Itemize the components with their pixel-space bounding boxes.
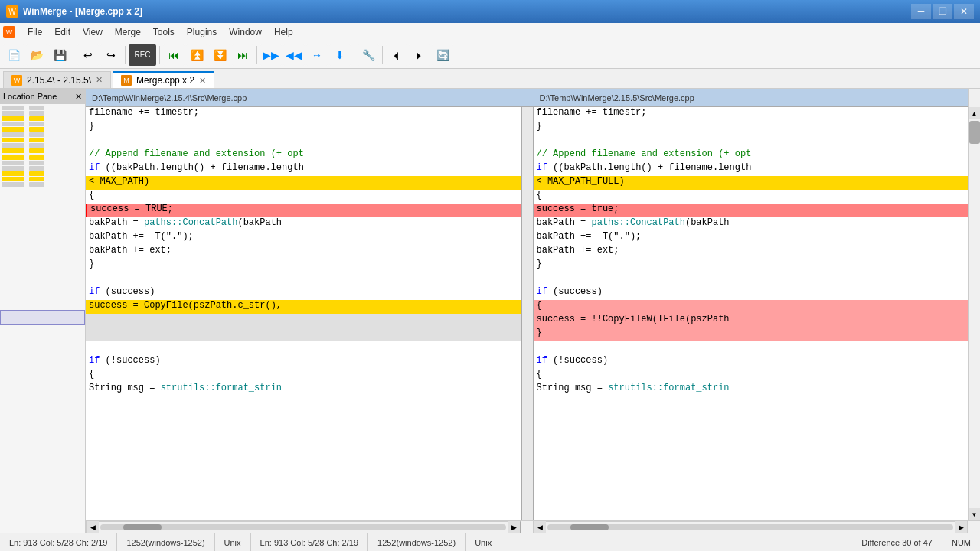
- menu-edit[interactable]: Edit: [48, 25, 77, 39]
- location-viewport-marker[interactable]: [0, 310, 85, 325]
- options-button[interactable]: 🔧: [358, 44, 379, 66]
- menu-plugins[interactable]: Plugins: [181, 25, 223, 39]
- line-content: }: [86, 121, 521, 135]
- menu-view[interactable]: View: [77, 25, 109, 39]
- tab-folder-icon: W: [11, 75, 22, 86]
- tab-folders[interactable]: W 2.15.4\ - 2.15.5\ ✕: [3, 71, 111, 88]
- location-pane-close[interactable]: ✕: [75, 92, 82, 102]
- line-content: [86, 135, 521, 148]
- status-diff-info: Difference 30 of 47: [852, 533, 942, 551]
- menu-file[interactable]: File: [21, 25, 48, 39]
- horizontal-scroll-area: ◀ ▶ ◀ ▶: [86, 520, 980, 533]
- toolbar-sep-6: [382, 46, 383, 64]
- menu-help[interactable]: Help: [268, 25, 299, 39]
- code-line-gray: [86, 314, 521, 328]
- loc-block: [2, 182, 24, 187]
- merge-button[interactable]: ⬇: [329, 44, 351, 66]
- tab-folder-close[interactable]: ✕: [96, 75, 103, 85]
- code-line: if (!success): [534, 355, 969, 369]
- right-hscroll[interactable]: ◀ ▶: [533, 521, 968, 533]
- hscroll-corner2: [968, 521, 980, 533]
- scroll-up-button[interactable]: ▲: [969, 107, 981, 119]
- line-content: [534, 272, 969, 286]
- hscroll-right-btn2[interactable]: ▶: [955, 521, 967, 533]
- code-line: filename += timestr;: [534, 107, 969, 121]
- code-line: bakPath += ext;: [534, 245, 969, 259]
- toolbar-sep-4: [256, 46, 257, 64]
- right-diff-pane[interactable]: filename += timestr; } // Append filenam…: [534, 107, 969, 520]
- status-left-eol: Unix: [215, 533, 251, 551]
- menu-window[interactable]: Window: [223, 25, 268, 39]
- copy-left-button[interactable]: ◀◀: [283, 44, 305, 66]
- prev-diff-button[interactable]: ⏫: [186, 44, 207, 66]
- tab-merge[interactable]: M Merge.cpp x 2 ✕: [113, 71, 214, 88]
- loc-block: [29, 171, 44, 176]
- save-button[interactable]: 💾: [49, 44, 70, 66]
- left-file-path: D:\Temp\WinMerge\2.15.4\Src\Merge.cpp: [92, 93, 247, 103]
- tab-folder-label: 2.15.4\ - 2.15.5\: [27, 75, 91, 86]
- left-diff-pane[interactable]: filename += timestr; } // Append filenam…: [86, 107, 521, 520]
- hscroll-right-btn[interactable]: ▶: [508, 521, 520, 533]
- minimize-button[interactable]: ─: [911, 4, 931, 19]
- code-line-changed-soft: {: [534, 300, 969, 314]
- prev-file-button[interactable]: ⏴: [386, 44, 407, 66]
- loc-block: [29, 166, 44, 171]
- code-line-gray: [86, 328, 521, 341]
- next-file-button[interactable]: ⏵: [409, 44, 430, 66]
- hscroll-right-thumb[interactable]: [570, 524, 609, 530]
- line-content: {: [534, 300, 969, 314]
- vertical-scrollbar[interactable]: ▲ ▼: [968, 107, 980, 520]
- code-line: // Append filename and extension (+ opt: [534, 148, 969, 162]
- hscroll-left-thumb[interactable]: [123, 524, 162, 530]
- loc-block: [29, 143, 44, 148]
- line-content: bakPath = paths::ConcatPath(bakPath: [534, 217, 969, 231]
- redo-button[interactable]: ↪: [100, 44, 122, 66]
- restore-button[interactable]: ❐: [933, 4, 952, 19]
- line-content: [86, 328, 521, 341]
- left-hscroll[interactable]: ◀ ▶: [86, 521, 521, 533]
- last-diff-button[interactable]: ⏭: [232, 44, 253, 66]
- line-content: if (!success): [534, 355, 969, 369]
- copy-both-button[interactable]: ↔: [306, 44, 328, 66]
- copy-right-button[interactable]: ▶▶: [260, 44, 282, 66]
- refresh-button[interactable]: 🔄: [432, 44, 453, 66]
- undo-button[interactable]: ↩: [77, 44, 99, 66]
- scroll-track[interactable]: [969, 119, 981, 508]
- hscroll-left-track[interactable]: [100, 524, 506, 530]
- diff-connector: [521, 107, 534, 520]
- line-content: }: [534, 328, 969, 341]
- new-button[interactable]: 📄: [3, 44, 24, 66]
- line-content: [86, 272, 521, 286]
- line-content: String msg = strutils::format_strin: [86, 383, 521, 396]
- open-button[interactable]: 📂: [26, 44, 47, 66]
- record-button[interactable]: REC: [129, 44, 156, 66]
- loc-block: [29, 127, 44, 132]
- loc-block: [2, 161, 24, 165]
- app-menu-icon: W: [3, 26, 15, 38]
- title-controls[interactable]: ─ ❐ ✕: [911, 4, 974, 19]
- hscroll-left-btn2[interactable]: ◀: [534, 521, 546, 533]
- code-line: String msg = strutils::format_strin: [86, 383, 521, 396]
- code-line-deleted: success = true;: [534, 204, 969, 217]
- main-area: Location Pane ✕: [0, 89, 980, 533]
- status-right-eol: Unix: [466, 533, 501, 551]
- menu-merge[interactable]: Merge: [109, 25, 147, 39]
- line-content: filename += timestr;: [86, 107, 521, 121]
- status-num: NUM: [942, 533, 980, 551]
- statusbar: Ln: 913 Col: 5/28 Ch: 2/19 1252(windows-…: [0, 533, 980, 551]
- hscroll-right-track[interactable]: [547, 524, 953, 530]
- first-diff-button[interactable]: ⏮: [163, 44, 185, 66]
- close-button[interactable]: ✕: [954, 4, 974, 19]
- line-content: if (!success): [86, 355, 521, 369]
- next-diff-button[interactable]: ⏬: [209, 44, 230, 66]
- code-line: [86, 272, 521, 286]
- hscroll-left-btn[interactable]: ◀: [87, 521, 99, 533]
- scroll-down-button[interactable]: ▼: [969, 508, 981, 520]
- scroll-thumb[interactable]: [969, 121, 980, 144]
- menu-tools[interactable]: Tools: [147, 25, 181, 39]
- line-content: if ((bakPath.length() + filename.length: [534, 162, 969, 176]
- tab-merge-close[interactable]: ✕: [199, 76, 206, 86]
- code-line-changed: < MAX_PATH_FULL): [534, 176, 969, 190]
- loc-block: [29, 132, 44, 137]
- code-line-changed: < MAX_PATH): [86, 176, 521, 190]
